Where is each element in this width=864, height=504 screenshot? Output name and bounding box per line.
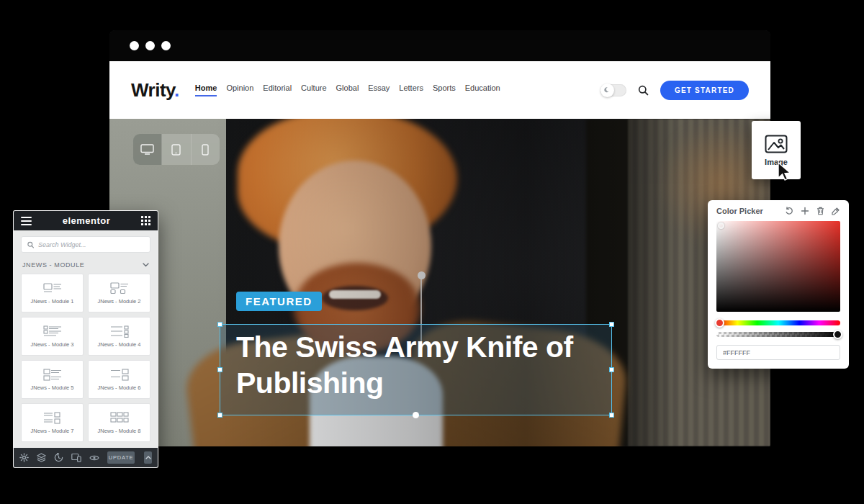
resize-handle[interactable] xyxy=(609,413,614,418)
preview-eye-icon[interactable] xyxy=(89,454,99,462)
trash-icon[interactable] xyxy=(816,207,824,215)
hue-slider-handle[interactable] xyxy=(715,318,724,328)
widget-card-module-1[interactable]: JNews - Module 1 xyxy=(21,274,84,312)
resize-handle[interactable] xyxy=(217,367,222,372)
widget-label: JNews - Module 3 xyxy=(30,341,73,348)
chevron-up-icon xyxy=(145,456,151,459)
widget-card-module-3[interactable]: JNews - Module 3 xyxy=(21,317,84,356)
get-started-button[interactable]: GET STARTED xyxy=(660,81,749,100)
nav-item-culture[interactable]: Culture xyxy=(301,84,326,96)
resize-handle[interactable] xyxy=(217,322,222,327)
widget-label: JNews - Module 8 xyxy=(97,428,140,434)
window-dot xyxy=(161,41,171,50)
nav-item-home[interactable]: Home xyxy=(195,84,217,96)
featured-badge: FEATURED xyxy=(236,292,322,311)
reset-icon[interactable] xyxy=(785,207,793,215)
nav-item-sports[interactable]: Sports xyxy=(433,84,456,96)
device-desktop-button[interactable] xyxy=(133,134,162,165)
nav-item-letters[interactable]: Letters xyxy=(399,84,423,96)
add-swatch-icon[interactable] xyxy=(801,207,809,215)
nav-item-editorial[interactable]: Editorial xyxy=(263,84,292,96)
mouse-cursor-icon xyxy=(775,161,793,181)
widget-card-module-2[interactable]: JNews - Module 2 xyxy=(88,274,150,312)
widget-card-module-7[interactable]: JNews - Module 7 xyxy=(21,403,84,442)
alpha-slider[interactable] xyxy=(716,332,840,337)
alpha-slider-handle[interactable] xyxy=(833,330,842,339)
window-dot xyxy=(130,41,139,50)
hex-color-input[interactable] xyxy=(716,345,840,360)
navigator-layers-icon[interactable] xyxy=(37,453,46,462)
module-layout-icon xyxy=(110,369,129,381)
browser-window: Writy. Home Opinion Editorial Culture Gl… xyxy=(109,30,770,446)
hero-photo-teeth xyxy=(329,290,381,299)
section-label: JNEWS - MODULE xyxy=(22,261,84,269)
module-layout-icon xyxy=(43,325,62,338)
widgets-grid-icon[interactable] xyxy=(141,216,150,225)
mobile-icon xyxy=(202,144,209,156)
widget-search-box xyxy=(21,236,150,253)
widget-label: JNews - Module 5 xyxy=(30,384,73,391)
device-tablet-button[interactable] xyxy=(162,134,191,165)
window-dot xyxy=(145,41,155,50)
menu-icon[interactable] xyxy=(21,217,32,225)
elementor-selection-box[interactable]: The Swiss Army Knife of Publishing xyxy=(220,324,612,415)
widget-label: JNews - Module 7 xyxy=(30,428,73,434)
main-nav: Home Opinion Editorial Culture Global Es… xyxy=(195,84,600,96)
logo-text: Writy xyxy=(131,79,174,101)
search-icon[interactable] xyxy=(638,85,649,96)
saturation-gradient-area[interactable] xyxy=(716,221,840,312)
responsive-mode-icon[interactable] xyxy=(71,453,81,462)
device-mobile-button[interactable] xyxy=(192,134,220,165)
toggle-knob xyxy=(600,84,614,97)
eyedropper-icon[interactable] xyxy=(832,207,840,215)
hero-section: FEATURED The Swiss Army Knife of Publish… xyxy=(109,119,770,446)
browser-titlebar xyxy=(109,30,770,61)
resize-handle[interactable] xyxy=(609,367,614,372)
widget-label: JNews - Module 1 xyxy=(30,298,73,305)
update-button[interactable]: UPDATE xyxy=(107,451,135,464)
saturation-handle[interactable] xyxy=(718,222,724,229)
widget-label: JNews - Module 6 xyxy=(97,384,140,391)
color-picker-header: Color Picker xyxy=(716,207,840,215)
color-picker-toolbar xyxy=(785,207,840,215)
history-icon[interactable] xyxy=(54,453,63,462)
search-icon xyxy=(27,241,34,248)
module-layout-icon xyxy=(43,412,62,424)
module-layout-icon xyxy=(43,369,62,381)
elementor-panel-header: elementor xyxy=(14,211,158,230)
nav-item-essay[interactable]: Essay xyxy=(368,84,390,96)
widget-label: JNews - Module 4 xyxy=(97,341,140,348)
nav-item-global[interactable]: Global xyxy=(336,84,359,96)
dark-mode-toggle[interactable] xyxy=(600,84,626,96)
elementor-title: elementor xyxy=(32,215,141,226)
module-layout-icon xyxy=(110,282,129,294)
nav-item-education[interactable]: Education xyxy=(465,84,500,96)
device-switcher xyxy=(133,134,220,165)
logo-dot: . xyxy=(174,79,179,101)
hero-photo-earbud xyxy=(418,271,426,279)
module-layout-icon xyxy=(110,412,129,424)
chevron-down-icon xyxy=(143,263,149,267)
drag-handle[interactable] xyxy=(413,412,419,418)
header-actions: GET STARTED xyxy=(600,81,749,100)
widget-card-module-6[interactable]: JNews - Module 6 xyxy=(88,360,150,399)
elementor-footer-toolbar: UPDATE xyxy=(14,448,158,467)
hero-photo-mouth xyxy=(322,286,388,310)
image-icon xyxy=(765,135,788,153)
moon-icon xyxy=(603,86,611,94)
resize-handle[interactable] xyxy=(217,413,222,418)
hero-headline[interactable]: The Swiss Army Knife of Publishing xyxy=(220,325,584,401)
nav-item-opinion[interactable]: Opinion xyxy=(226,84,253,96)
widget-card-module-5[interactable]: JNews - Module 5 xyxy=(21,360,84,399)
update-options-caret[interactable] xyxy=(144,451,152,464)
resize-handle[interactable] xyxy=(609,322,614,327)
settings-gear-icon[interactable] xyxy=(19,453,29,462)
hue-slider[interactable] xyxy=(716,320,840,325)
elementor-panel: elementor JNEWS - MODULE xyxy=(13,210,158,468)
widget-card-module-4[interactable]: JNews - Module 4 xyxy=(88,317,150,356)
widget-search-input[interactable] xyxy=(38,241,144,248)
widget-card-module-8[interactable]: JNews - Module 8 xyxy=(88,403,150,442)
site-logo[interactable]: Writy. xyxy=(131,79,179,102)
widget-section-header[interactable]: JNEWS - MODULE xyxy=(14,257,158,274)
hero-photo-hair xyxy=(238,119,457,251)
